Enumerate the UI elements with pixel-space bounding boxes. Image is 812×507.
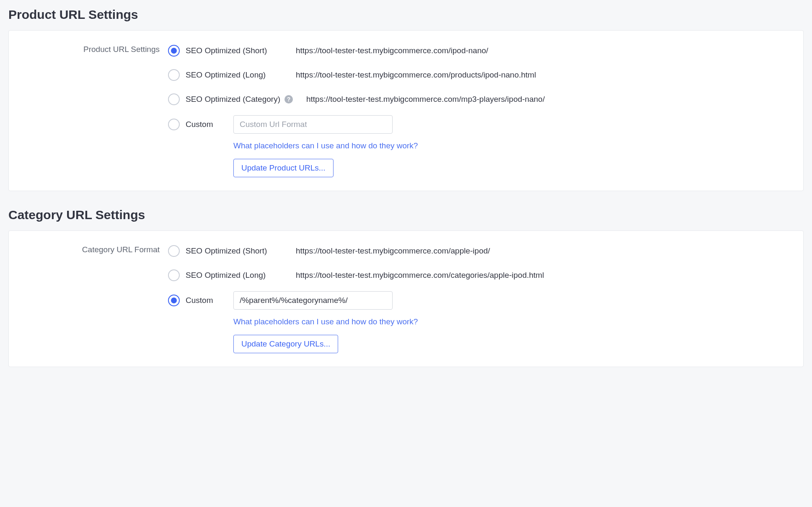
radio-left: SEO Optimized (Short) bbox=[168, 45, 287, 57]
radio-input-short[interactable] bbox=[168, 245, 180, 257]
custom-url-input[interactable] bbox=[233, 291, 393, 310]
radio-label-category: SEO Optimized (Category) bbox=[186, 95, 280, 104]
placeholders-help-link[interactable]: What placeholders can I use and how do t… bbox=[233, 317, 418, 326]
category-field-label: Category URL Format bbox=[21, 243, 168, 254]
radio-input-category[interactable] bbox=[168, 93, 180, 105]
example-url-short: https://tool-tester-test.mybigcommerce.c… bbox=[296, 46, 488, 55]
radio-input-long[interactable] bbox=[168, 69, 180, 81]
product-actions: What placeholders can I use and how do t… bbox=[233, 141, 791, 177]
category-option-custom[interactable]: Custom bbox=[168, 291, 791, 310]
radio-left: SEO Optimized (Short) bbox=[168, 245, 287, 257]
category-form-row: Category URL Format SEO Optimized (Short… bbox=[21, 243, 791, 353]
product-option-category[interactable]: SEO Optimized (Category) ? https://tool-… bbox=[168, 91, 791, 108]
radio-input-long[interactable] bbox=[168, 269, 180, 281]
section-heading-category: Category URL Settings bbox=[8, 208, 804, 222]
radio-label-custom: Custom bbox=[186, 120, 213, 129]
product-field-label: Product URL Settings bbox=[21, 42, 168, 54]
update-category-urls-button[interactable]: Update Category URLs... bbox=[233, 335, 338, 353]
update-product-urls-button[interactable]: Update Product URLs... bbox=[233, 159, 334, 177]
product-option-long[interactable]: SEO Optimized (Long) https://tool-tester… bbox=[168, 67, 791, 83]
radio-label-long: SEO Optimized (Long) bbox=[186, 271, 266, 280]
radio-label-short: SEO Optimized (Short) bbox=[186, 246, 267, 256]
category-option-short[interactable]: SEO Optimized (Short) https://tool-teste… bbox=[168, 243, 791, 259]
radio-left: Custom bbox=[168, 119, 233, 130]
radio-left: Custom bbox=[168, 295, 233, 306]
radio-label-short: SEO Optimized (Short) bbox=[186, 46, 267, 55]
product-option-short[interactable]: SEO Optimized (Short) https://tool-teste… bbox=[168, 42, 791, 59]
radio-left: SEO Optimized (Long) bbox=[168, 269, 287, 281]
example-url-category: https://tool-tester-test.mybigcommerce.c… bbox=[306, 95, 545, 104]
category-option-long[interactable]: SEO Optimized (Long) https://tool-tester… bbox=[168, 267, 791, 284]
category-form-body: SEO Optimized (Short) https://tool-teste… bbox=[168, 243, 791, 353]
product-panel: Product URL Settings SEO Optimized (Shor… bbox=[8, 30, 804, 191]
example-url-short: https://tool-tester-test.mybigcommerce.c… bbox=[296, 246, 490, 256]
category-url-settings-section: Category URL Settings Category URL Forma… bbox=[8, 208, 804, 367]
example-url-long: https://tool-tester-test.mybigcommerce.c… bbox=[296, 70, 536, 80]
product-form-row: Product URL Settings SEO Optimized (Shor… bbox=[21, 42, 791, 177]
category-actions: What placeholders can I use and how do t… bbox=[233, 317, 791, 353]
example-url-long: https://tool-tester-test.mybigcommerce.c… bbox=[296, 271, 544, 280]
radio-input-custom[interactable] bbox=[168, 119, 180, 130]
radio-left: SEO Optimized (Long) bbox=[168, 69, 287, 81]
help-icon[interactable]: ? bbox=[284, 95, 293, 103]
radio-left: SEO Optimized (Category) ? bbox=[168, 93, 302, 105]
radio-input-short[interactable] bbox=[168, 45, 180, 57]
product-url-settings-section: Product URL Settings Product URL Setting… bbox=[8, 8, 804, 191]
product-option-custom[interactable]: Custom bbox=[168, 115, 791, 134]
radio-label-long: SEO Optimized (Long) bbox=[186, 70, 266, 80]
placeholders-help-link[interactable]: What placeholders can I use and how do t… bbox=[233, 141, 418, 150]
section-heading-product: Product URL Settings bbox=[8, 8, 804, 22]
radio-label-custom: Custom bbox=[186, 296, 213, 305]
product-form-body: SEO Optimized (Short) https://tool-teste… bbox=[168, 42, 791, 177]
radio-input-custom[interactable] bbox=[168, 295, 180, 306]
custom-url-input[interactable] bbox=[233, 115, 393, 134]
category-panel: Category URL Format SEO Optimized (Short… bbox=[8, 230, 804, 367]
